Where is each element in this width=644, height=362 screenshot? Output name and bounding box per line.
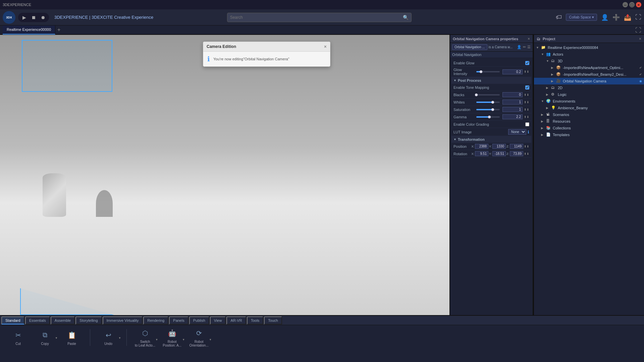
gamma-track[interactable] (476, 116, 500, 118)
position-x-input[interactable] (475, 144, 488, 149)
close-button[interactable]: × (636, 2, 641, 7)
enable-glow-checkbox[interactable] (525, 61, 529, 65)
blacks-value: ⬆⬇ (476, 92, 529, 97)
tree-item-3d[interactable]: ▼ 🗂 3D (534, 58, 644, 64)
tab-essentials[interactable]: Essentials (25, 316, 50, 324)
search-icon[interactable]: 🔍 (403, 15, 409, 20)
position-spin[interactable]: ⬆⬇ (524, 145, 529, 148)
scene-bowl (96, 190, 113, 217)
record-button[interactable]: ⏺ (39, 13, 47, 21)
whites-track[interactable] (476, 102, 500, 103)
view-expand-icon[interactable]: ⛶ (635, 27, 641, 34)
glow-intensity-input[interactable] (502, 69, 523, 74)
tree-item-environments[interactable]: ▼ 🌍 Environments (534, 98, 644, 105)
search-input[interactable] (230, 15, 403, 20)
tree-item-templates[interactable]: ▶ 📄 Templates (534, 131, 644, 138)
tree-item-root[interactable]: ▼ 📁 Realtime Experience00000084 (534, 44, 644, 51)
blacks-input[interactable] (502, 92, 523, 97)
play-button[interactable]: ▶ (20, 13, 28, 21)
environments-icon: 🌍 (546, 99, 551, 104)
import1-status: ✔ (639, 66, 642, 69)
rotation-spin[interactable]: ⬆⬇ (524, 152, 529, 156)
tone-mapping-checkbox[interactable] (525, 85, 529, 89)
cam-props-close-button[interactable]: × (528, 37, 530, 41)
collections-icon: 📚 (546, 126, 551, 130)
robot-orientation-button[interactable]: ⟳ RobotOrientation... ▼ (189, 328, 209, 347)
rotation-x-input[interactable] (475, 151, 488, 156)
transformation-label: Transformation (458, 137, 485, 141)
rotation-z-input[interactable] (510, 151, 523, 156)
tab-assemble[interactable]: Assemble (51, 316, 75, 324)
tab-view[interactable]: View (210, 316, 226, 324)
expand-icon[interactable]: ⛶ (635, 14, 641, 21)
tab-immersive[interactable]: Immersive Virtuality (103, 316, 143, 324)
whites-spin[interactable]: ⬆⬇ (524, 101, 529, 104)
cut-button[interactable]: ✂ Cut (8, 330, 28, 346)
ambience-icon: 💡 (551, 106, 556, 110)
copy-button[interactable]: ⧉ Copy ▼ (35, 330, 55, 346)
tab-tools[interactable]: Tools (247, 316, 264, 324)
robot-orientation-dropdown-arrow: ▼ (209, 338, 212, 341)
tab-standard[interactable]: Standard (1, 316, 24, 324)
project-panel-close-button[interactable]: × (639, 37, 641, 41)
bookmark-icon[interactable]: 🏷 (556, 14, 562, 21)
tree-item-logic[interactable]: ▶ ⚙ Logic (534, 91, 644, 98)
camera-popup-header: Camera Edition × (203, 42, 330, 52)
paste-button[interactable]: 📋 Paste (62, 330, 82, 346)
collab-space-button[interactable]: Collab Space ▾ (566, 14, 597, 21)
minimize-button[interactable]: – (623, 2, 628, 7)
share-icon[interactable]: 📤 (624, 14, 631, 21)
glow-intensity-track[interactable] (476, 71, 500, 72)
saturation-spin[interactable]: ⬆⬇ (524, 108, 529, 111)
cam-nav-dropdown[interactable]: Orbital Navigation ... (452, 44, 487, 50)
camera-popup-close-button[interactable]: × (324, 44, 327, 49)
robot-position-button[interactable]: 🤖 RobotPosition: A... ▼ (162, 328, 182, 347)
tree-item-2d[interactable]: ▶ 🗂 2D (534, 84, 644, 91)
tab-publish[interactable]: Publish (189, 316, 209, 324)
transformation-section[interactable]: ▼ Transformation (451, 136, 531, 143)
maximize-button[interactable]: □ (629, 2, 635, 7)
blacks-spin[interactable]: ⬆⬇ (524, 93, 529, 97)
undo-button[interactable]: ↩ Undo ▼ (98, 330, 118, 346)
add-icon[interactable]: ➕ (612, 14, 620, 21)
blacks-row: Blacks ⬆⬇ (451, 91, 531, 99)
selection-box-bottom-left (20, 261, 114, 315)
tab-ar-vr[interactable]: AR-VR (226, 316, 246, 324)
tab-touch[interactable]: Touch (264, 316, 282, 324)
tree-item-collections[interactable]: ▶ 📚 Collections (534, 125, 644, 131)
glow-intensity-spin[interactable]: ⬆⬇ (524, 70, 529, 73)
tree-item-orbital-cam[interactable]: ▶ 🎥 Orbital Navigation Camera ◉ (534, 78, 644, 84)
tab-realtime[interactable]: Realtime Experience00000 (3, 25, 55, 35)
gamma-input[interactable] (502, 114, 523, 119)
rotation-y-input[interactable] (492, 151, 506, 156)
tab-add-button[interactable]: + (55, 27, 62, 33)
lut-image-select[interactable]: None (508, 129, 526, 135)
root-icon: 📁 (541, 45, 546, 50)
stop-button[interactable]: ⏹ (30, 13, 38, 21)
tab-rendering[interactable]: Rendering (143, 316, 168, 324)
tree-item-import2[interactable]: ▶ 📦 -ImportedRsNewRoot_Beamy2_Desi... ✔ (534, 71, 644, 78)
scene-vase (43, 173, 66, 217)
gamma-spin[interactable]: ⬆⬇ (524, 115, 529, 119)
post-process-section[interactable]: ▼ Post Process (451, 77, 531, 84)
2d-label: 2D (558, 86, 562, 90)
blacks-track[interactable] (476, 94, 500, 96)
position-y-input[interactable] (492, 144, 506, 149)
user-icon[interactable]: 👤 (601, 14, 608, 21)
copy-dropdown-arrow: ▼ (55, 337, 58, 340)
whites-input[interactable] (502, 100, 523, 105)
tab-panels[interactable]: Panels (169, 316, 189, 324)
saturation-track[interactable] (476, 109, 500, 110)
tree-item-import1[interactable]: ▶ 📦 -ImportedRsNewApartment_Optimi... ✔ (534, 64, 644, 71)
saturation-input[interactable] (502, 107, 523, 112)
tree-item-scenarios[interactable]: ▶ 📽 Scenarios (534, 111, 644, 118)
tree-item-actors[interactable]: ▼ 👥 Actors (534, 51, 644, 58)
undo-label: Undo (104, 342, 112, 346)
switch-leaf-button[interactable]: ⬡ Switchto Leaf Acto... ▼ (135, 328, 155, 347)
whites-label: Whites (453, 100, 465, 104)
position-z-input[interactable] (510, 144, 523, 149)
tab-storytelling[interactable]: Storytelling (75, 316, 102, 324)
color-grading-checkbox[interactable] (525, 122, 529, 126)
tree-item-resources[interactable]: ▶ 🗄 Resources (534, 118, 644, 125)
tree-item-ambience[interactable]: ▶ 💡 Ambience_Beamy (534, 105, 644, 111)
